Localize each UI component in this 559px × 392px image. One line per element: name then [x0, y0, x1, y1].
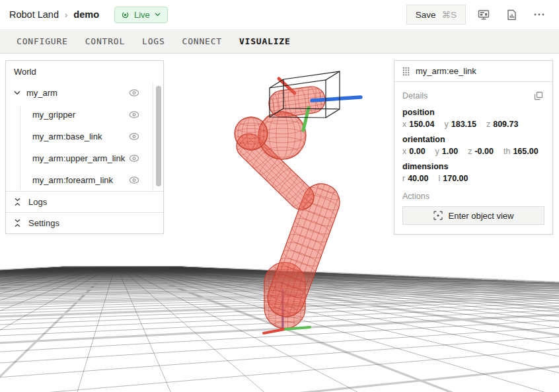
live-icon — [121, 11, 130, 19]
settings-section-label: Settings — [28, 218, 59, 228]
file-chart-icon — [507, 9, 517, 20]
dimensions-group: dimensions r40.00 l170.00 — [402, 162, 544, 183]
eye-icon — [129, 155, 139, 162]
save-label: Save — [416, 10, 436, 20]
eye-icon — [129, 89, 139, 97]
breadcrumb-current: demo — [73, 9, 99, 20]
field-r: r40.00 — [402, 173, 428, 183]
field-l: l170.00 — [438, 173, 468, 183]
tree-item-forearm-link[interactable]: my_arm:forearm_link — [6, 169, 163, 191]
visibility-toggle[interactable] — [128, 153, 141, 163]
top-header: Robot Land › demo Live Save ⌘S — [0, 0, 559, 29]
drag-handle-icon[interactable] — [402, 67, 410, 76]
world-panel-header: World — [6, 61, 163, 82]
field-x: x0.00 — [402, 146, 426, 156]
field-y: y1.00 — [435, 146, 459, 156]
ellipsis-icon — [534, 13, 544, 16]
tab-bar: CONFIGURE CONTROL LOGS CONNECT VISUALIZE — [0, 29, 559, 54]
tree-item-my-gripper[interactable]: my_gripper — [6, 104, 163, 126]
logs-section-toggle[interactable]: Logs — [6, 191, 163, 212]
logs-section-label: Logs — [28, 197, 47, 207]
group-name: dimensions — [402, 162, 544, 171]
copy-button[interactable] — [533, 90, 544, 102]
eye-icon — [129, 111, 139, 118]
tab-control[interactable]: CONTROL — [77, 29, 133, 53]
details-panel-body: Details position x150.04 y183.15 z809.73 — [394, 82, 552, 234]
tab-configure[interactable]: CONFIGURE — [8, 29, 77, 53]
collapse-icon — [14, 219, 21, 227]
collapse-icon — [14, 198, 21, 206]
visibility-toggle[interactable] — [128, 175, 141, 185]
tab-visualize[interactable]: VISUALIZE — [231, 29, 299, 53]
field-z: z-0.00 — [468, 146, 494, 156]
tree-item-label: my_arm:forearm_link — [32, 175, 113, 185]
tab-logs[interactable]: LOGS — [133, 29, 174, 53]
world-tree: my_arm my_gripper my_arm — [6, 82, 163, 191]
copy-icon — [534, 91, 543, 100]
tree-item-label: my_gripper — [32, 110, 75, 120]
scrollbar-track — [153, 82, 153, 191]
field-z: z809.73 — [486, 119, 518, 129]
live-label: Live — [134, 10, 150, 20]
details-panel-header: my_arm:ee_link — [394, 61, 552, 82]
tree-guide-line — [20, 106, 20, 189]
group-name: position — [402, 108, 544, 117]
eye-icon — [129, 133, 139, 140]
visibility-toggle[interactable] — [128, 88, 141, 98]
field-x: x150.04 — [402, 119, 434, 129]
breadcrumb-separator: › — [65, 10, 67, 20]
monitor-icon — [478, 9, 490, 20]
chevron-down-icon[interactable] — [14, 91, 22, 95]
chevron-down-icon — [155, 13, 161, 17]
save-shortcut: ⌘S — [441, 9, 457, 20]
tree-item-label: my_arm:base_link — [32, 132, 102, 141]
tab-connect[interactable]: CONNECT — [174, 29, 231, 53]
live-status-badge[interactable]: Live — [114, 7, 168, 23]
position-group: position x150.04 y183.15 z809.73 — [402, 108, 544, 129]
world-panel: World my_arm my_gripper — [5, 60, 164, 234]
tree-item-label: my_arm — [26, 88, 57, 98]
breadcrumb-root[interactable]: Robot Land — [9, 9, 59, 20]
field-y: y183.15 — [444, 119, 476, 129]
details-section-label: Details — [402, 91, 428, 100]
world-panel-title: World — [14, 67, 36, 77]
header-actions: Save ⌘S — [406, 5, 550, 24]
field-th: th165.00 — [503, 146, 539, 156]
enter-object-view-label: Enter object view — [449, 211, 514, 221]
orientation-group: orientation x0.00 y1.00 z-0.00 th165.00 — [402, 135, 544, 156]
control-tab-screen-button[interactable] — [472, 5, 495, 24]
settings-section-toggle[interactable]: Settings — [6, 212, 163, 233]
enter-object-view-button[interactable]: Enter object view — [402, 206, 544, 225]
tree-item-my-arm[interactable]: my_arm — [6, 82, 163, 104]
save-button[interactable]: Save ⌘S — [406, 5, 466, 24]
details-panel: my_arm:ee_link Details position x150.04 … — [394, 60, 553, 235]
tree-item-label: my_arm:upper_arm_link — [32, 153, 125, 163]
breadcrumb: Robot Land › demo Live — [9, 7, 168, 23]
scrollbar-thumb[interactable] — [156, 86, 161, 186]
selected-object-title: my_arm:ee_link — [416, 66, 476, 76]
visualize-main: World my_arm my_gripper — [0, 54, 559, 392]
actions-label: Actions — [402, 192, 544, 201]
tree-item-upper-arm-link[interactable]: my_arm:upper_arm_link — [6, 147, 163, 169]
group-name: orientation — [402, 135, 544, 144]
overflow-menu-button[interactable] — [529, 9, 550, 20]
tree-item-base-link[interactable]: my_arm:base_link — [6, 126, 163, 147]
eye-icon — [129, 176, 139, 184]
focus-icon — [433, 211, 443, 220]
visibility-toggle[interactable] — [128, 110, 141, 120]
data-report-button[interactable] — [502, 5, 522, 24]
visibility-toggle[interactable] — [128, 132, 141, 141]
